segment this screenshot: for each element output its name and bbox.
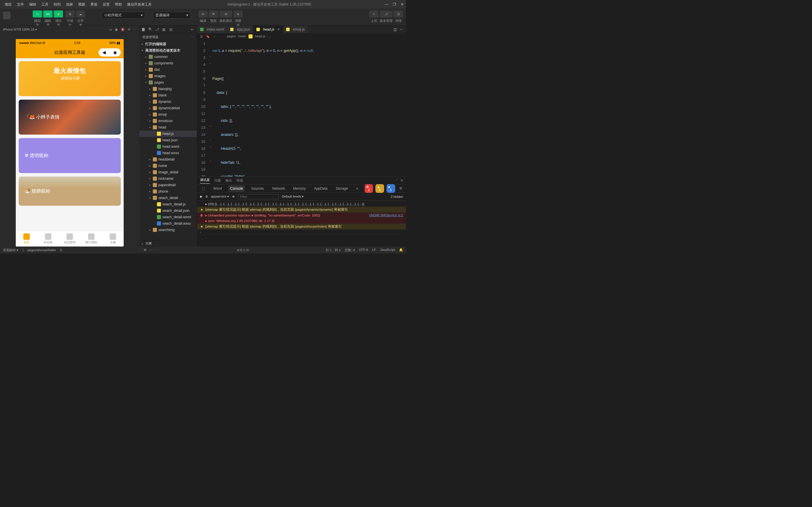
cloud-button[interactable]: ☁ [76, 10, 85, 17]
tree-head.json[interactable]: head.json [140, 137, 197, 144]
tree-dynamicdetail[interactable]: ▸dynamicdetail [140, 105, 197, 111]
phone-tab-2[interactable]: 动态壁纸 [59, 231, 81, 246]
more-icon[interactable]: ⋯ [133, 28, 137, 32]
tree-common[interactable]: ▸common [140, 54, 197, 60]
language[interactable]: JavaScript [380, 248, 395, 252]
code-editor[interactable]: 1234567891011121314151617181920 ⌄⌄⌄⌄⌄⌄ v… [197, 40, 406, 177]
capsule-button[interactable]: ◀◉ [99, 48, 121, 57]
cursor-pos[interactable]: 行 1，列 1 [326, 248, 341, 252]
tree-image_detail[interactable]: ▸image_detail [140, 169, 197, 175]
gear-icon[interactable]: ⚙ [398, 185, 404, 191]
card-emoji-hot[interactable]: 最火表情包 表情包斗图 [19, 61, 121, 96]
rotate-icon[interactable]: ⟳ [128, 28, 131, 32]
more-icon[interactable]: ⋯ [400, 27, 403, 32]
target-icon[interactable]: ◉ [113, 50, 117, 55]
phone-tab-0[interactable]: 首页 [16, 231, 37, 246]
phone-content[interactable]: 最火表情包 表情包斗图 「🦊 小辫子表情 ☢ 透明昵称 分享给小伙伴 🍜 翅膀昵… [16, 58, 124, 231]
maximize-panel-icon[interactable]: ⌃ [396, 179, 398, 182]
code-content[interactable]: var t, a = require("../../utils/api"), e… [212, 40, 406, 177]
devtab-sources[interactable]: Sources [249, 185, 266, 192]
menu-界面[interactable]: 界面 [88, 1, 100, 8]
tree-seach_detail.json[interactable]: seach_detail.json [140, 208, 197, 214]
menu-项目[interactable]: 项目 [2, 1, 14, 8]
tree-biaoqing[interactable]: ▸biaoqing [140, 86, 197, 92]
tree-blank[interactable]: ▸blank [140, 92, 197, 99]
indent[interactable]: 空格: 4 [345, 248, 355, 252]
editor-tab-index.wxml[interactable]: index.wxml [197, 25, 227, 33]
phone-tab-1[interactable]: 外卖券 [37, 231, 59, 246]
menu-视图[interactable]: 视图 [76, 1, 88, 8]
menu-转到[interactable]: 转到 [51, 1, 63, 8]
tree-seach_detail.js[interactable]: seach_detail.js [140, 201, 197, 208]
record-icon[interactable]: ◉ [115, 28, 118, 32]
list-icon[interactable]: ☰ [200, 35, 203, 39]
tree-seach_detail.wxss[interactable]: seach_detail.wxss [140, 220, 197, 227]
phone-tab-3[interactable]: 图片壁纸 [81, 231, 102, 246]
eye-icon[interactable]: 👁 [144, 248, 147, 252]
tree-emoji[interactable]: ▸emoji [140, 111, 197, 118]
devtab-more[interactable]: » [354, 185, 360, 192]
more-icon[interactable]: ⋯ [150, 248, 153, 252]
eye-icon[interactable]: 👁 [232, 195, 235, 199]
tree-dynamic[interactable]: ▸dynamic [140, 99, 197, 105]
close-icon[interactable]: ✕ [401, 2, 404, 6]
info-badge[interactable]: ■ 5 [387, 184, 395, 193]
screenshot-icon[interactable]: ▭ [109, 28, 112, 32]
maximize-icon[interactable]: ❐ [393, 2, 396, 6]
tree-emoticon[interactable]: ▸emoticon [140, 118, 197, 124]
branch-icon[interactable]: ⎇ [155, 27, 159, 32]
menu-文件[interactable]: 文件 [14, 1, 26, 8]
tree-home[interactable]: ▸home [140, 163, 197, 169]
version-button[interactable]: ⎇ [380, 10, 393, 17]
tab-terminal[interactable]: 终端 [237, 178, 243, 183]
tree-searchimg[interactable]: ▸searchimg [140, 227, 197, 233]
split-icon[interactable]: ◫ [394, 27, 397, 32]
search-icon[interactable]: 🔍 [148, 27, 152, 32]
tree-images[interactable]: ▸images [140, 73, 197, 79]
avatar[interactable] [3, 12, 10, 19]
tree-seach_detail[interactable]: ▾seach_detail [140, 194, 197, 201]
warn-badge[interactable]: ▲ 5 [375, 184, 384, 193]
devtab-memory[interactable]: Memory [291, 185, 307, 192]
encoding[interactable]: UTF-8 [359, 248, 368, 252]
editor-tab-head.js[interactable]: head.js✕ [253, 25, 284, 33]
editor-toggle[interactable]: </> [43, 10, 52, 17]
menu-工具[interactable]: 工具 [39, 1, 51, 8]
tab-problems[interactable]: 问题 [214, 178, 221, 183]
more-icon[interactable]: ⋯ [191, 35, 194, 39]
editor-tab-app.json[interactable]: app.json [227, 25, 253, 33]
project-root[interactable]: ▾高清壁纸动态修复版本 [140, 47, 197, 54]
files-icon[interactable]: 📋 [141, 27, 145, 32]
back-icon[interactable]: ← [213, 35, 216, 39]
mode-select[interactable]: 小程序模式▾ [101, 12, 145, 19]
menu-选择[interactable]: 选择 [63, 1, 75, 8]
devtab-network[interactable]: Network [270, 185, 287, 192]
mute-icon[interactable]: 🔇 [121, 28, 125, 32]
tree-headdetail[interactable]: ▸headdetail [140, 156, 197, 163]
grid-icon[interactable]: ▦ [162, 27, 166, 32]
collapse-icon[interactable]: ⇤ [191, 27, 195, 32]
compile-button[interactable]: ⟳ [198, 10, 208, 17]
clear-icon[interactable]: ⊘ [205, 194, 208, 199]
card-xiaobianzi[interactable]: 「🦊 小辫子表情 [19, 100, 121, 134]
context-select[interactable]: appservice ▾ [211, 194, 229, 199]
devtab-appdata[interactable]: AppData [312, 185, 329, 192]
menu-帮助[interactable]: 帮助 [113, 1, 124, 8]
card-wings-nick[interactable]: 🍜 翅膀昵称 [19, 177, 121, 206]
close-panel-icon[interactable]: ✕ [400, 179, 403, 182]
problems-status[interactable]: ⊘ 0 ⚠ 0 [237, 248, 249, 252]
card-transparent-nick[interactable]: ☢ 透明昵称 [19, 138, 121, 173]
console-output[interactable]: ▸ (20) [{…}, {…}, {…}, {…}, {…}, {…}, {…… [197, 201, 406, 246]
tree-paperdetail[interactable]: ▸paperdetail [140, 182, 197, 188]
tree-head.js[interactable]: head.js [140, 130, 197, 137]
open-editors-section[interactable]: ▸打开的编辑器 [140, 41, 197, 47]
tree-dist[interactable]: ▸dist [140, 66, 197, 73]
tree-head.wxss[interactable]: head.wxss [140, 150, 197, 156]
tree-nickname[interactable]: ▸nickname [140, 175, 197, 182]
page-path-value[interactable]: pages/shouye/index [28, 248, 56, 252]
error-badge[interactable]: ✖ 2 [365, 184, 373, 193]
simulator-toggle[interactable]: ▭ [33, 10, 42, 17]
visual-button[interactable]: ⊞ [65, 10, 75, 17]
forward-icon[interactable]: → [219, 35, 222, 39]
page-path-label[interactable]: 页面路径 ▾ [3, 248, 18, 252]
